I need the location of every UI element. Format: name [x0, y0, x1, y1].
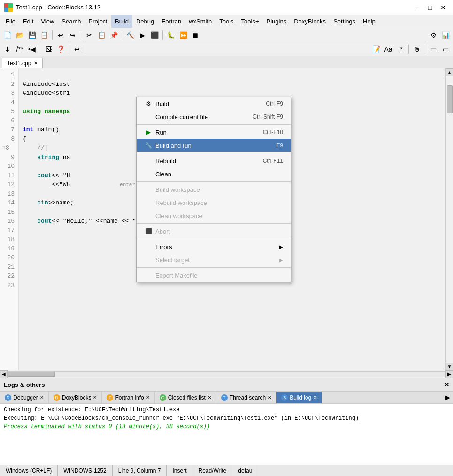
scroll-left-btn[interactable]: ◀ — [0, 370, 8, 378]
tb-new[interactable]: 📄 — [2, 30, 13, 41]
menu-build[interactable]: Build — [111, 15, 132, 28]
close-button[interactable]: ✕ — [437, 2, 449, 13]
compile-label: Compile current file — [155, 113, 243, 121]
menu-entry-compile[interactable]: Compile current file Ctrl-Shift-F9 — [137, 110, 291, 123]
tab-doxyblocks[interactable]: D DoxyBlocks ✕ — [49, 392, 102, 403]
menu-entry-rebuild[interactable]: Rebuild Ctrl-F11 — [137, 154, 291, 167]
tb-run[interactable]: ▶ — [137, 30, 148, 41]
minimize-button[interactable]: − — [411, 2, 423, 13]
v-scrollbar[interactable]: ▲ ▼ — [445, 68, 453, 370]
closed-files-close[interactable]: ✕ — [207, 395, 211, 400]
tb2-right2[interactable]: Aa — [383, 44, 394, 55]
menu-fortran[interactable]: Fortran — [158, 15, 185, 28]
tb-right2[interactable]: 📊 — [440, 30, 451, 41]
tb-save-all[interactable]: 📋 — [38, 30, 50, 41]
bottom-panel-close[interactable]: ✕ — [444, 381, 449, 388]
tb-paste[interactable]: 📌 — [108, 30, 119, 41]
scroll-thumb[interactable] — [447, 85, 453, 113]
tb-build[interactable]: 🔨 — [124, 30, 136, 41]
menu-entry-run[interactable]: ▶ Run Ctrl-F10 — [137, 126, 291, 139]
tb2-right5[interactable]: ▭ — [428, 44, 439, 55]
rbw-label: Rebuild workspace — [155, 199, 283, 206]
menu-entry-select-target: Select target ▶ — [137, 253, 291, 266]
menu-search[interactable]: Search — [58, 15, 84, 28]
title-bar: Test1.cpp - Code::Blocks 13.12 − □ ✕ — [0, 0, 453, 15]
tab-thread-search[interactable]: T Thread search ✕ — [216, 392, 276, 403]
closed-files-label: Closed files list — [168, 394, 206, 401]
rebuild-shortcut: Ctrl-F11 — [263, 158, 283, 164]
doxyblocks-close[interactable]: ✕ — [93, 395, 97, 400]
menu-entry-abort: ⬛ Abort — [137, 225, 291, 238]
tab-build-log[interactable]: B Build log ✕ — [276, 392, 322, 403]
doxyblocks-icon: D — [54, 394, 60, 401]
tb2-3[interactable]: •◀ — [26, 44, 38, 55]
menu-debug[interactable]: Debug — [132, 15, 158, 28]
scroll-right-btn[interactable]: ▶ — [445, 370, 453, 378]
tb-redo[interactable]: ↪ — [67, 30, 78, 41]
tb2-right3[interactable]: .* — [395, 44, 406, 55]
maximize-button[interactable]: □ — [424, 2, 436, 13]
st-arrow: ▶ — [279, 257, 283, 263]
menu-entry-build[interactable]: ⚙ Build Ctrl-F9 — [137, 97, 291, 110]
menu-entry-build-run[interactable]: 🔧 Build and run F9 — [137, 139, 291, 152]
build-log-close[interactable]: ✕ — [313, 395, 317, 400]
tb2-5[interactable]: ❓ — [55, 44, 66, 55]
tb-right1[interactable]: ⚙ — [428, 30, 439, 41]
h-scroll-thumb[interactable] — [8, 372, 55, 377]
scroll-up-btn[interactable]: ▲ — [446, 68, 453, 76]
menu-file[interactable]: File — [2, 15, 19, 28]
sep5 — [137, 239, 291, 239]
st-icon — [144, 256, 153, 264]
tab-closed-files[interactable]: C Closed files list ✕ — [155, 392, 216, 403]
thread-close[interactable]: ✕ — [268, 395, 271, 400]
sep7 — [85, 45, 85, 54]
sep2 — [137, 153, 291, 153]
tb-stop[interactable]: ⬛ — [149, 30, 160, 41]
menu-edit[interactable]: Edit — [19, 15, 37, 28]
menu-wxsmith[interactable]: wxSmith — [185, 15, 215, 28]
tb-open[interactable]: 📂 — [14, 30, 25, 41]
menu-entry-clean[interactable]: Clean — [137, 167, 291, 181]
menu-tools[interactable]: Tools — [215, 15, 237, 28]
log-line-3: Process terminated with status 0 (18 min… — [4, 423, 449, 431]
tb-copy[interactable]: 📋 — [96, 30, 107, 41]
tb-debug-stop[interactable]: ⏹ — [190, 30, 201, 41]
menu-settings[interactable]: Settings — [330, 15, 359, 28]
tb2-4[interactable]: 🖼 — [43, 44, 54, 55]
menu-project[interactable]: Project — [85, 15, 111, 28]
tb-save[interactable]: 💾 — [26, 30, 38, 41]
scroll-down-btn[interactable]: ▼ — [446, 363, 453, 370]
rebuild-label: Rebuild — [155, 158, 253, 165]
build-dropdown-menu: ⚙ Build Ctrl-F9 Compile current file Ctr… — [136, 97, 291, 282]
tb2-2[interactable]: /** — [14, 44, 25, 55]
h-scrollbar: ◀ ▶ — [0, 370, 453, 378]
tab-test1cpp[interactable]: Test1.cpp ✕ — [2, 58, 43, 68]
tab-debugger[interactable]: D Debugger ✕ — [0, 392, 49, 403]
tb2-1[interactable]: ⬇ — [2, 44, 13, 55]
debugger-close[interactable]: ✕ — [40, 395, 44, 400]
tb2-right4[interactable]: 🖱 — [411, 44, 422, 55]
tb-undo[interactable]: ↩ — [55, 30, 66, 41]
tab-nav-arrow[interactable]: ▶ — [443, 392, 453, 403]
build-log-icon: B — [281, 394, 288, 401]
tb2-right6[interactable]: ▭ — [440, 44, 451, 55]
bottom-tabs: D Debugger ✕ D DoxyBlocks ✕ F Fortran in… — [0, 392, 453, 404]
tab-fortran[interactable]: F Fortran info ✕ — [102, 392, 154, 403]
tab-close-button[interactable]: ✕ — [34, 60, 38, 66]
menu-toolsplus[interactable]: Tools+ — [238, 15, 263, 28]
tb2-6[interactable]: ↩ — [71, 44, 83, 55]
menu-entry-errors[interactable]: Errors ▶ — [137, 240, 291, 253]
clean-icon — [144, 170, 153, 178]
menu-entry-rebuild-workspace: Rebuild workspace — [137, 196, 291, 209]
tb2-right1[interactable]: 📝 — [370, 44, 382, 55]
menu-entry-build-workspace: Build workspace — [137, 183, 291, 196]
menu-doxyblocks[interactable]: DoxyBlocks — [290, 15, 330, 28]
tb-debug-step[interactable]: ⏩ — [177, 30, 189, 41]
fortran-close[interactable]: ✕ — [146, 395, 150, 400]
menu-plugins[interactable]: Plugins — [263, 15, 291, 28]
menu-view[interactable]: View — [37, 15, 58, 28]
sep6 — [69, 45, 69, 54]
menu-help[interactable]: Help — [359, 15, 379, 28]
tb-cut[interactable]: ✂ — [84, 30, 95, 41]
tb-debug[interactable]: 🐛 — [165, 30, 177, 41]
